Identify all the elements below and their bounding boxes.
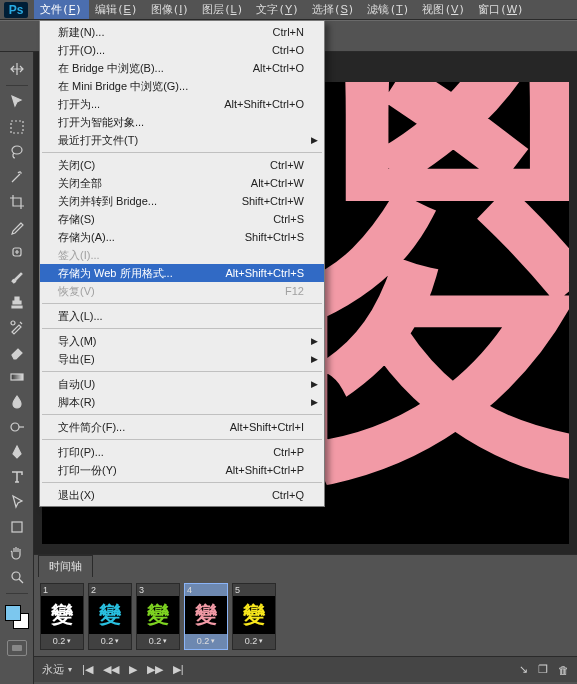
blur-tool-icon[interactable] [5,391,29,413]
crop-tool-icon[interactable] [5,191,29,213]
menu-item-shortcut: Alt+Shift+Ctrl+P [225,464,304,476]
frame-duration[interactable]: 0.2 [233,634,275,649]
menu-item[interactable]: 退出(X)Ctrl+Q [40,486,324,504]
loop-mode-selector[interactable]: 永远 [42,662,72,677]
eraser-tool-icon[interactable] [5,341,29,363]
foreground-color-swatch[interactable] [5,605,21,621]
menu-item[interactable]: 存储为(A)...Shift+Ctrl+S [40,228,324,246]
shape-tool-icon[interactable] [5,516,29,538]
menu-item[interactable]: 打开为智能对象... [40,113,324,131]
menu-w[interactable]: 窗口(W) [472,0,531,19]
duplicate-frame-button[interactable]: ❐ [538,663,548,676]
animation-frame[interactable]: 4變0.2 [184,583,228,650]
menu-item[interactable]: 在 Bridge 中浏览(B)...Alt+Ctrl+O [40,59,324,77]
menu-separator [42,152,322,153]
quickmask-toggle-icon[interactable] [7,640,27,656]
menu-item-shortcut: Alt+Shift+Ctrl+O [224,98,304,110]
menu-item-label: 新建(N)... [58,25,104,40]
last-frame-button[interactable]: ▶| [173,663,184,676]
menu-item-shortcut: Ctrl+W [270,159,304,171]
animation-frame[interactable]: 5變0.2 [232,583,276,650]
magic-wand-tool-icon[interactable] [5,166,29,188]
menu-item[interactable]: 打印一份(Y)Alt+Shift+Ctrl+P [40,461,324,479]
menu-item[interactable]: 导入(M)▶ [40,332,324,350]
frame-index: 4 [185,584,227,596]
next-frame-button[interactable]: ▶▶ [147,663,163,676]
zoom-tool-icon[interactable] [5,566,29,588]
pen-tool-icon[interactable] [5,441,29,463]
menu-item-label: 存储(S) [58,212,95,227]
menu-item[interactable]: 自动(U)▶ [40,375,324,393]
submenu-arrow-icon: ▶ [311,397,318,407]
menu-item[interactable]: 新建(N)...Ctrl+N [40,23,324,41]
menu-item[interactable]: 导出(E)▶ [40,350,324,368]
menu-e[interactable]: 编辑(E) [89,0,145,19]
app-logo: Ps [4,2,28,18]
menu-item-label: 打开为智能对象... [58,115,144,130]
menu-item[interactable]: 关闭(C)Ctrl+W [40,156,324,174]
menu-item-label: 恢复(V) [58,284,95,299]
animation-frame[interactable]: 2變0.2 [88,583,132,650]
menu-y[interactable]: 文字(Y) [250,0,306,19]
play-button[interactable]: ▶ [129,663,137,676]
tab-timeline[interactable]: 时间轴 [38,555,93,577]
healing-brush-tool-icon[interactable] [5,241,29,263]
color-swatches[interactable] [5,605,29,629]
first-frame-button[interactable]: |◀ [82,663,93,676]
menu-item[interactable]: 打印(P)...Ctrl+P [40,443,324,461]
frame-duration[interactable]: 0.2 [89,634,131,649]
menu-l[interactable]: 图层(L) [196,0,250,19]
menu-s[interactable]: 选择(S) [306,0,362,19]
svg-rect-4 [11,374,23,380]
menu-item-label: 打开为... [58,97,100,112]
dodge-tool-icon[interactable] [5,416,29,438]
menu-item[interactable]: 置入(L)... [40,307,324,325]
menu-item[interactable]: 关闭并转到 Bridge...Shift+Ctrl+W [40,192,324,210]
brush-tool-icon[interactable] [5,266,29,288]
menu-item[interactable]: 在 Mini Bridge 中浏览(G)... [40,77,324,95]
menu-item-shortcut: Alt+Ctrl+W [251,177,304,189]
menu-item-label: 签入(I)... [58,248,100,263]
menu-f[interactable]: 文件(F) [34,0,89,19]
tween-button[interactable]: ↘ [519,663,528,676]
menu-i[interactable]: 图像(I) [145,0,196,19]
lasso-tool-icon[interactable] [5,141,29,163]
menu-item-label: 关闭(C) [58,158,95,173]
menu-item[interactable]: 存储(S)Ctrl+S [40,210,324,228]
menu-item-label: 导入(M) [58,334,97,349]
hand-tool-icon[interactable] [5,541,29,563]
menu-item-shortcut: Shift+Ctrl+S [245,231,304,243]
menu-item[interactable]: 打开(O)...Ctrl+O [40,41,324,59]
menu-item[interactable]: 最近打开文件(T)▶ [40,131,324,149]
path-select-tool-icon[interactable] [5,491,29,513]
menu-v[interactable]: 视图(V) [416,0,472,19]
gradient-tool-icon[interactable] [5,366,29,388]
frame-duration[interactable]: 0.2 [185,634,227,649]
svg-point-5 [11,423,19,431]
menu-item[interactable]: 文件简介(F)...Alt+Shift+Ctrl+I [40,418,324,436]
marquee-tool-icon[interactable] [5,116,29,138]
animation-frame[interactable]: 1變0.2 [40,583,84,650]
eyedropper-tool-icon[interactable] [5,216,29,238]
menu-item[interactable]: 脚本(R)▶ [40,393,324,411]
svg-rect-0 [11,121,23,133]
frame-duration[interactable]: 0.2 [137,634,179,649]
frame-duration[interactable]: 0.2 [41,634,83,649]
menu-item: 签入(I)... [40,246,324,264]
type-tool-icon[interactable] [5,466,29,488]
menu-item-label: 在 Bridge 中浏览(B)... [58,61,164,76]
menu-item[interactable]: 打开为...Alt+Shift+Ctrl+O [40,95,324,113]
menu-item[interactable]: 关闭全部Alt+Ctrl+W [40,174,324,192]
move-tool-icon[interactable] [5,91,29,113]
stamp-tool-icon[interactable] [5,291,29,313]
menu-item-label: 打开(O)... [58,43,105,58]
menu-item[interactable]: 存储为 Web 所用格式...Alt+Shift+Ctrl+S [40,264,324,282]
frame-index: 1 [41,584,83,596]
prev-frame-button[interactable]: ◀◀ [103,663,119,676]
reposition-icon[interactable] [5,58,29,80]
menu-item-shortcut: Shift+Ctrl+W [242,195,304,207]
menu-t[interactable]: 滤镜(T) [361,0,416,19]
animation-frame[interactable]: 3變0.2 [136,583,180,650]
delete-frame-button[interactable]: 🗑 [558,664,569,676]
history-brush-tool-icon[interactable] [5,316,29,338]
